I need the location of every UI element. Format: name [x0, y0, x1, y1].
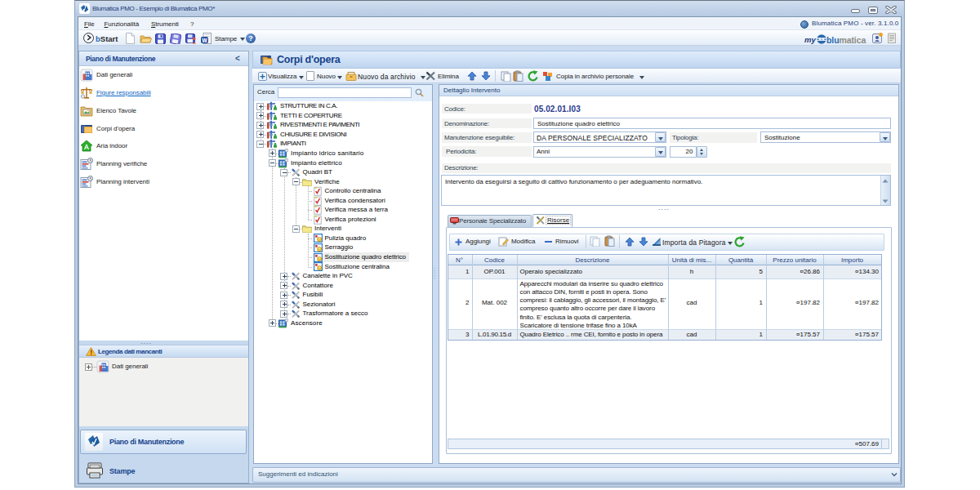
svg-text:W: W — [202, 38, 207, 43]
